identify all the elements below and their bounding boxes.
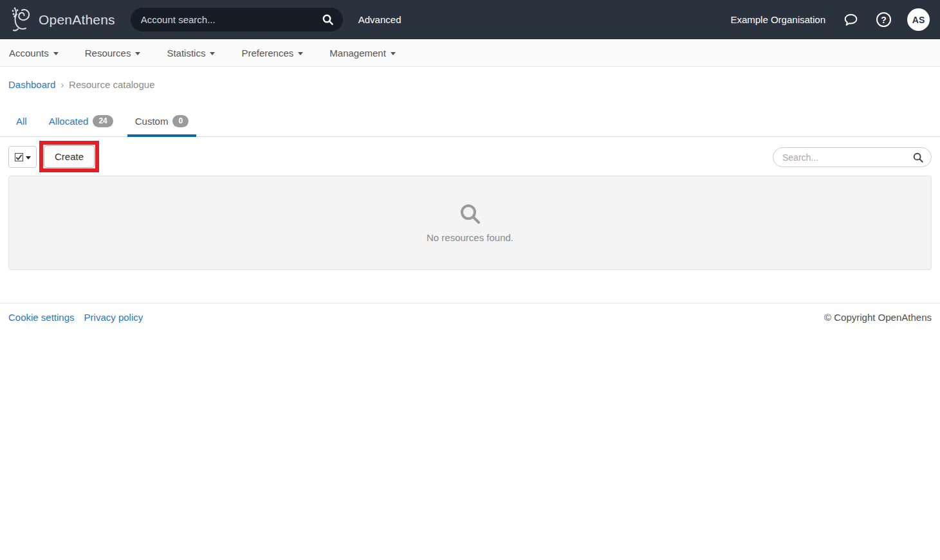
chevron-down-icon: [298, 52, 303, 55]
custom-count-badge: 0: [172, 115, 189, 127]
user-avatar[interactable]: AS: [907, 8, 930, 31]
breadcrumb-current: Resource catalogue: [69, 79, 154, 90]
nav-item-management[interactable]: Management: [329, 48, 396, 59]
openathens-logo[interactable]: OpenAthens: [8, 6, 115, 34]
cookie-settings-link[interactable]: Cookie settings: [8, 312, 75, 323]
resource-tabs: All Allocated 24 Custom 0: [0, 111, 940, 137]
chevron-down-icon: [210, 52, 215, 55]
nav-item-preferences[interactable]: Preferences: [241, 48, 303, 59]
empty-results-panel: No resources found.: [8, 176, 932, 270]
breadcrumb-separator-icon: ›: [60, 80, 64, 90]
chat-button[interactable]: [843, 12, 859, 28]
topbar-right: Example Organisation ? AS: [730, 8, 930, 31]
search-icon[interactable]: [912, 152, 924, 163]
caret-down-icon: [26, 156, 31, 159]
select-all-dropdown-button[interactable]: [8, 146, 37, 168]
breadcrumb-dashboard-link[interactable]: Dashboard: [8, 79, 55, 90]
checkbox-icon: [15, 153, 23, 161]
chevron-down-icon: [53, 52, 59, 55]
allocated-count-badge: 24: [93, 115, 113, 127]
chat-bubble-icon: [843, 12, 859, 28]
page-footer: Cookie settings Privacy policy © Copyrig…: [0, 303, 940, 331]
breadcrumb: Dashboard › Resource catalogue: [0, 67, 940, 90]
nav-item-accounts[interactable]: Accounts: [9, 48, 59, 59]
red-highlight-annotation: Create: [39, 141, 99, 172]
empty-state-message: No resources found.: [427, 232, 513, 243]
organisation-name: Example Organisation: [730, 14, 825, 25]
account-search-box: [131, 8, 343, 32]
main-navigation: Accounts Resources Statistics Preference…: [0, 39, 940, 67]
question-mark-icon: ?: [876, 12, 891, 27]
advanced-search-link[interactable]: Advanced: [358, 14, 401, 25]
resource-search-box: [773, 147, 932, 167]
top-bar: OpenAthens Advanced Example Organisation…: [0, 0, 940, 39]
tab-allocated[interactable]: Allocated 24: [41, 111, 121, 136]
privacy-policy-link[interactable]: Privacy policy: [84, 312, 143, 323]
search-icon: [459, 203, 482, 226]
copyright-text: © Copyright OpenAthens: [824, 312, 932, 323]
tab-custom[interactable]: Custom 0: [127, 111, 196, 136]
chevron-down-icon: [135, 52, 140, 55]
nav-item-resources[interactable]: Resources: [85, 48, 141, 59]
openathens-owl-icon: [8, 6, 33, 34]
nav-item-statistics[interactable]: Statistics: [167, 48, 215, 59]
brand-name: OpenAthens: [39, 12, 115, 28]
chevron-down-icon: [391, 52, 396, 55]
search-icon[interactable]: [322, 14, 334, 26]
account-search-input[interactable]: [141, 14, 322, 25]
check-icon: [15, 154, 23, 161]
catalogue-toolbar: Create: [0, 141, 940, 172]
help-button[interactable]: ?: [876, 12, 891, 27]
tab-all[interactable]: All: [8, 111, 35, 136]
resource-search-input[interactable]: [782, 152, 912, 163]
create-button[interactable]: Create: [44, 145, 95, 168]
